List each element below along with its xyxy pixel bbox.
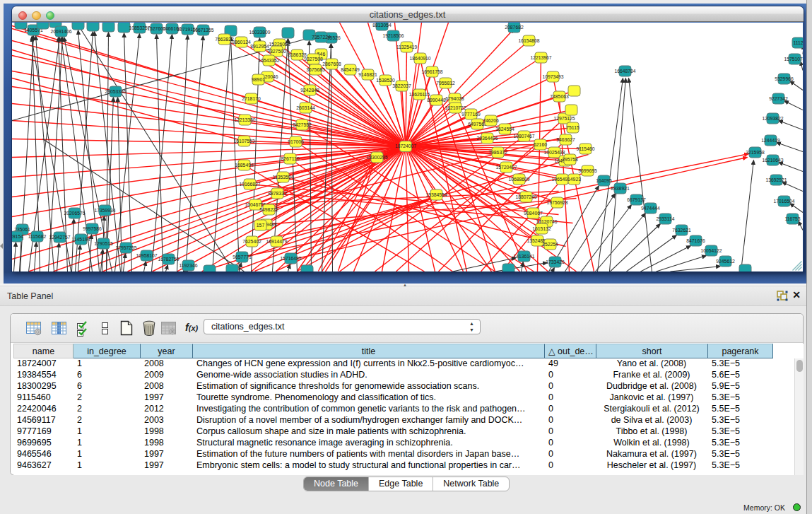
svg-text:8990448: 8990448 [427,97,446,102]
svg-text:20364436: 20364436 [476,135,498,140]
svg-text:9657771: 9657771 [233,254,252,259]
svg-text:917006: 917006 [288,139,304,144]
svg-text:13692921: 13692921 [765,177,787,182]
svg-text:12093822: 12093822 [762,115,783,120]
svg-text:9463627: 9463627 [556,136,575,141]
svg-text:19756928: 19756928 [546,199,567,204]
svg-text:7632621: 7632621 [672,227,691,232]
svg-text:10807467: 10807467 [513,133,534,138]
svg-text:8267110: 8267110 [281,156,299,160]
svg-text:116753: 116753 [784,216,800,221]
svg-text:19218506: 19218506 [382,33,404,37]
svg-text:12942757: 12942757 [49,234,70,239]
svg-text:16154808: 16154808 [518,37,539,42]
svg-text:9115460: 9115460 [576,146,594,151]
svg-text:39154: 39154 [12,233,23,238]
svg-text:1115682: 1115682 [28,233,46,238]
svg-text:1145194: 1145194 [71,236,90,241]
svg-text:2087682: 2087682 [505,24,524,29]
svg-text:15226058: 15226058 [269,41,290,46]
svg-text:2603144: 2603144 [296,105,315,110]
svg-text:18300295: 18300295 [366,154,387,159]
svg-text:9245612: 9245612 [716,258,735,263]
svg-text:8860124: 8860124 [232,39,251,44]
svg-text:8878332: 8878332 [268,190,287,195]
svg-text:12975125: 12975125 [553,115,575,120]
svg-text:9227342: 9227342 [769,95,788,100]
svg-text:8938921: 8938921 [611,185,630,190]
svg-text:2933114: 2933114 [656,216,674,221]
svg-text:14136141: 14136141 [513,253,534,258]
svg-text:10025438: 10025438 [543,149,565,154]
svg-text:9146821: 9146821 [358,71,377,76]
svg-text:3822037: 3822037 [392,83,411,88]
svg-text:9699695: 9699695 [578,168,597,173]
svg-text:2867608: 2867608 [322,61,341,66]
svg-text:2718170: 2718170 [242,95,261,100]
svg-text:16671355: 16671355 [192,27,213,32]
svg-text:7663822: 7663822 [215,36,234,41]
svg-text:16961758: 16961758 [421,69,442,74]
svg-text:20691406: 20691406 [50,28,71,33]
svg-text:1290515: 1290515 [94,240,113,245]
svg-text:5498222: 5498222 [259,206,278,211]
svg-text:75115: 75115 [566,124,579,129]
svg-text:14923: 14923 [567,176,581,181]
svg-text:1615132: 1615132 [532,226,551,230]
svg-text:18724007: 18724007 [394,144,416,148]
svg-text:1192346: 1192346 [179,262,197,267]
svg-text:9329966: 9329966 [775,76,794,81]
svg-text:7357224: 7357224 [312,34,331,39]
svg-text:1733426: 1733426 [546,259,565,264]
svg-text:16120746: 16120746 [536,218,557,223]
svg-text:6794028: 6794028 [445,95,464,100]
svg-text:17016504: 17016504 [773,198,794,203]
svg-text:3675685: 3675685 [306,66,325,71]
svg-text:8454749: 8454749 [341,66,360,71]
svg-text:16543352: 16543352 [258,57,279,62]
svg-text:8427552: 8427552 [293,122,312,127]
svg-text:19384554: 19384554 [425,192,447,197]
svg-text:16782759: 16782759 [158,256,179,261]
svg-text:15751074: 15751074 [784,56,803,61]
svg-text:1112: 1112 [793,40,803,45]
svg-text:16107553: 16107553 [233,138,254,143]
svg-text:164095: 164095 [596,177,612,182]
svg-text:15720407: 15720407 [495,164,517,169]
svg-text:98901: 98901 [252,76,265,81]
svg-text:18807249: 18807249 [515,194,536,199]
svg-text:8471676: 8471676 [686,238,705,243]
svg-text:8912954: 8912954 [250,43,269,48]
svg-text:29053346: 29053346 [105,88,126,93]
svg-text:9327500: 9327500 [267,48,286,53]
svg-text:157: 157 [256,222,264,227]
svg-text:9327508: 9327508 [304,56,323,61]
svg-text:16914479: 16914479 [266,238,287,243]
svg-text:17359934: 17359934 [94,207,115,212]
svg-text:8813054: 8813054 [372,23,392,28]
svg-text:10958107: 10958107 [136,252,157,257]
svg-text:19166827: 19166827 [239,181,260,186]
svg-text:16033809: 16033809 [249,29,270,34]
svg-text:9997586: 9997586 [83,226,102,230]
svg-text:16648784: 16648784 [614,68,635,73]
svg-text:1685494: 1685494 [235,162,254,167]
svg-text:16210643: 16210643 [762,157,783,162]
svg-text:10054122: 10054122 [700,247,722,252]
svg-text:10688609: 10688609 [508,176,529,181]
svg-text:9777169: 9777169 [461,111,481,116]
svg-text:3215958: 3215958 [746,149,765,154]
svg-text:18640910: 18640910 [409,55,430,60]
svg-text:7986372: 7986372 [488,149,507,154]
svg-text:10973493: 10973493 [542,74,563,78]
svg-text:1538520: 1538520 [376,77,395,82]
svg-text:12213380: 12213380 [234,117,255,122]
svg-text:11353594: 11353594 [272,174,293,179]
svg-text:7485063: 7485063 [550,93,569,98]
svg-text:252254: 252254 [542,241,558,246]
svg-text:20206576: 20206576 [64,210,85,215]
svg-text:9242848: 9242848 [300,87,319,92]
svg-text:235061: 235061 [14,226,30,231]
svg-text:11325419: 11325419 [396,44,417,49]
svg-text:15716485: 15716485 [280,255,301,260]
